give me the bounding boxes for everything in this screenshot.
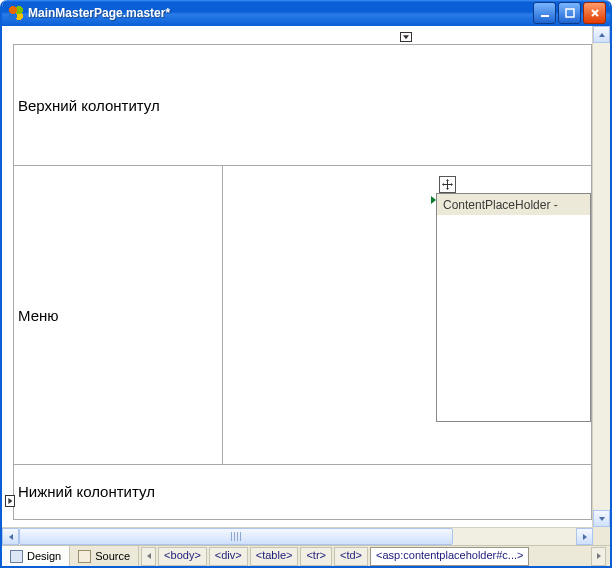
breadcrumb-item-body[interactable]: <body> — [158, 547, 207, 566]
breadcrumb-item-div[interactable]: <div> — [209, 547, 248, 566]
window-controls — [533, 2, 606, 24]
menu-cell[interactable]: Меню — [14, 166, 223, 464]
hscroll-thumb[interactable] — [19, 528, 453, 545]
content-cell[interactable]: ContentPlaceHolder - ContentPlaceHolder1 — [223, 166, 591, 464]
source-tab-icon — [78, 550, 91, 563]
breadcrumb-item-placeholder[interactable]: <asp:contentplaceholder#c...> — [370, 547, 529, 566]
breadcrumb-prev-button[interactable] — [141, 547, 156, 566]
client-area: Верхний колонтитул Меню — [2, 26, 610, 566]
collapse-region-icon[interactable] — [400, 32, 412, 42]
svg-rect-0 — [541, 15, 549, 17]
scroll-down-button[interactable] — [593, 510, 610, 527]
breadcrumb-bar: <body> <div> <table> <tr> <td> <asp:cont… — [139, 546, 610, 566]
scroll-corner — [593, 527, 610, 544]
footer-text: Нижний колонтитул — [18, 483, 155, 500]
minimize-button[interactable] — [533, 2, 556, 24]
window-title: MainMasterPage.master* — [28, 6, 533, 20]
header-cell[interactable]: Верхний колонтитул — [14, 45, 591, 166]
header-text: Верхний колонтитул — [18, 97, 160, 114]
tab-source-label: Source — [95, 550, 130, 562]
hscroll-track[interactable] — [19, 528, 576, 545]
scroll-left-button[interactable] — [2, 528, 19, 545]
layout-table: Верхний колонтитул Меню — [13, 44, 592, 520]
contentplaceholder-body[interactable] — [436, 215, 591, 422]
tab-source[interactable]: Source — [70, 546, 139, 566]
tab-design[interactable]: Design — [2, 546, 70, 566]
breadcrumb-next-button[interactable] — [591, 547, 606, 566]
footer-cell[interactable]: Нижний колонтитул — [14, 465, 591, 517]
horizontal-scrollbar[interactable] — [2, 527, 593, 545]
vscroll-track[interactable] — [593, 43, 610, 510]
menu-text: Меню — [18, 307, 59, 324]
move-handle-icon[interactable] — [439, 176, 456, 193]
breadcrumb-item-table[interactable]: <table> — [250, 547, 299, 566]
maximize-button[interactable] — [558, 2, 581, 24]
design-viewport: Верхний колонтитул Меню — [2, 26, 610, 527]
scroll-up-button[interactable] — [593, 26, 610, 43]
expand-region-icon[interactable] — [5, 495, 15, 507]
middle-row: Меню ContentPlaceHolder - ContentPlaceHo… — [14, 166, 591, 465]
close-button[interactable] — [583, 2, 606, 24]
title-bar[interactable]: MainMasterPage.master* — [2, 0, 610, 26]
scroll-right-button[interactable] — [576, 528, 593, 545]
design-canvas[interactable]: Верхний колонтитул Меню — [2, 26, 592, 527]
breadcrumb-item-td[interactable]: <td> — [334, 547, 368, 566]
app-icon — [8, 5, 24, 21]
breadcrumb-item-tr[interactable]: <tr> — [300, 547, 332, 566]
app-window: MainMasterPage.master* Верхний колонтиту… — [0, 0, 612, 568]
bottom-bar: Design Source <body> <div> <table> <tr> … — [2, 545, 610, 566]
design-tab-icon — [10, 550, 23, 563]
vertical-scrollbar[interactable] — [592, 26, 610, 527]
svg-rect-1 — [566, 9, 574, 17]
hscroll-row — [2, 527, 610, 545]
contentplaceholder-header[interactable]: ContentPlaceHolder - ContentPlaceHolder1 — [436, 193, 591, 217]
tab-design-label: Design — [27, 550, 61, 562]
